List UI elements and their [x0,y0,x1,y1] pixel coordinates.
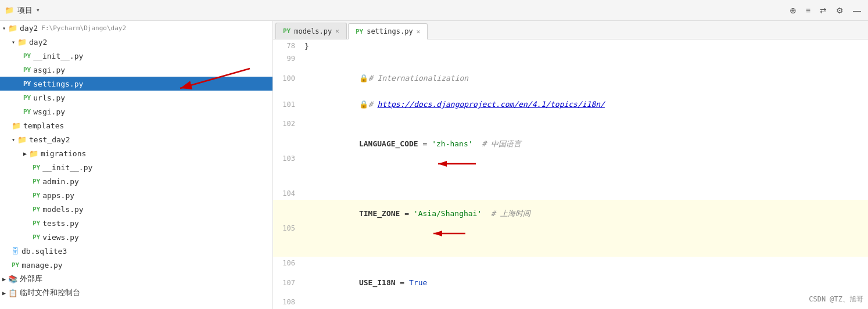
code-line-106: 106 [273,257,868,270]
sidebar-item-views-py[interactable]: PY views.py [0,230,272,244]
tab-py-icon: PY [283,27,290,35]
db-icon: 🗄 [12,247,19,256]
sidebar-item-label: __init__.py [42,163,92,172]
sidebar-item-templates[interactable]: 📁 templates [0,118,272,132]
line-num-102: 102 [273,120,302,128]
main-container: ▾ 📁 day2 F:\Pycharm\Django\day2 ▾ 📁 day2… [0,21,868,309]
tab-close-settings[interactable]: ✕ [417,28,421,35]
sidebar-item-label: tests.py [42,219,79,228]
folder-icon: 📁 [12,121,21,130]
folder-icon: 📁 [8,24,17,33]
code-line-105: 105 TIME_ZONE = 'Asia/Shanghai' # 上海时间 [273,200,868,257]
sidebar-item-label: settings.py [33,80,83,88]
py-icon: PY [33,233,40,241]
code-line-78: 78 } [273,39,868,52]
sidebar-item-urls-py[interactable]: PY urls.py [0,91,272,105]
sidebar-item-external[interactable]: ▶ 📚 外部库 [0,272,272,286]
sidebar-item-db-sqlite[interactable]: 🗄 db.sqlite3 [0,244,272,258]
sidebar-item-label: migrations [41,149,86,158]
sidebar-item-asgi-py[interactable]: PY asgi.py [0,63,272,77]
line-content-101: 🔒# https://docs.djangoproject.com/en/4.1… [302,91,868,117]
code-line-108: 108 [273,296,868,308]
sidebar-item-label: templates [23,121,64,130]
toolbar-swap-icon[interactable]: ⇄ [817,5,829,16]
sidebar-item-migrations[interactable]: ▶ 📁 migrations [0,146,272,160]
sidebar-item-label: test_day2 [29,135,70,144]
line-content-100: 🔒# Internationalization [302,65,868,91]
line-content-103: LANGUAGE_CODE = 'zh-hans' # 中国语言 [302,130,868,187]
sidebar-item-apps-py[interactable]: PY apps.py [0,188,272,202]
sidebar-item-models-py[interactable]: PY models.py [0,202,272,216]
py-icon: PY [23,94,31,102]
tab-settings[interactable]: PY settings.py ✕ [348,23,428,39]
sidebar-item-test-day2[interactable]: ▾ 📁 test_day2 [0,132,272,146]
line-content-78: } [302,42,868,51]
py-icon: PY [23,108,31,116]
code-line-101: 101 🔒# https://docs.djangoproject.com/en… [273,91,868,117]
sidebar-item-label: admin.py [42,177,79,186]
arrow-icon: ▾ [12,39,15,45]
sidebar-item-label: 外部库 [20,274,42,284]
folder-icon: 📁 [29,149,38,158]
sidebar-item-init-py[interactable]: PY __init__.py [0,49,272,63]
watermark: CSDN @TZ、旭哥 [809,294,863,304]
py-icon: PY [12,261,19,269]
toolbar: 📁 项目 ▾ ⊕ ≡ ⇄ ⚙ — [0,0,868,21]
sidebar-item-wsgi-py[interactable]: PY wsgi.py [0,105,272,118]
sidebar-item-label: __init__.py [33,52,83,60]
line-num-100: 100 [273,74,302,82]
sidebar-item-manage-py[interactable]: PY manage.py [0,258,272,272]
toolbar-settings-icon[interactable]: ⚙ [834,5,846,16]
code-area[interactable]: 78 } 99 100 🔒# Internationalization [273,39,868,309]
toolbar-project-icon: 📁 [5,6,14,15]
line-num-105: 105 [273,224,302,232]
sidebar-item-temp-files[interactable]: ▶ 📋 临时文件和控制台 [0,286,272,300]
py-icon: PY [33,220,40,227]
line-num-103: 103 [273,154,302,163]
py-icon: PY [33,192,40,199]
toolbar-dropdown-icon[interactable]: ▾ [36,6,40,14]
py-icon: PY [33,164,40,171]
toolbar-add-icon[interactable]: ⊕ [787,5,799,16]
code-line-100: 100 🔒# Internationalization [273,65,868,91]
sidebar-item-tests-py[interactable]: PY tests.py [0,216,272,230]
code-line-99: 99 [273,52,868,65]
tab-close-models[interactable]: ✕ [335,27,339,35]
line-num-101: 101 [273,100,302,109]
sidebar-item-day2-root[interactable]: ▾ 📁 day2 F:\Pycharm\Django\day2 [0,21,272,35]
sidebar-item-label: day2 [20,24,38,33]
arrow-icon: ▶ [2,290,6,296]
code-line-107: 107 USE_I18N = True [273,270,868,296]
py-icon: PY [23,52,31,60]
sidebar-item-init2-py[interactable]: PY __init__.py [0,160,272,174]
line-num-78: 78 [273,42,302,50]
line-content-105: TIME_ZONE = 'Asia/Shanghai' # 上海时间 [302,200,868,257]
sidebar-item-label: urls.py [33,94,65,102]
sidebar-item-path: F:\Pycharm\Django\day2 [41,24,126,32]
py-icon: PY [23,66,31,74]
line-num-106: 106 [273,259,302,267]
sidebar-item-settings-py[interactable]: PY settings.py [0,77,272,91]
sidebar-item-day2-folder[interactable]: ▾ 📁 day2 [0,35,272,49]
line-num-108: 108 [273,298,302,306]
right-panel: PY models.py ✕ PY settings.py ✕ 78 } 99 [273,21,868,309]
folder-icon: 📁 [17,135,27,144]
toolbar-collapse-icon[interactable]: — [851,5,863,16]
line-num-99: 99 [273,55,302,63]
arrow-icon: ▶ [2,276,6,282]
sidebar: ▾ 📁 day2 F:\Pycharm\Django\day2 ▾ 📁 day2… [0,21,273,309]
py-icon: PY [33,206,40,213]
tab-models[interactable]: PY models.py ✕ [275,23,347,39]
code-line-103: 103 LANGUAGE_CODE = 'zh-hans' # 中国语言 [273,130,868,187]
tab-label: models.py [294,27,332,35]
toolbar-action-icons: ⊕ ≡ ⇄ ⚙ — [787,5,863,16]
toolbar-list-icon[interactable]: ≡ [804,5,813,16]
code-container: 78 } 99 100 🔒# Internationalization [273,39,868,309]
sidebar-item-label: manage.py [21,261,62,270]
arrow-icon: ▾ [12,136,15,143]
sidebar-item-label: wsgi.py [33,107,65,116]
code-line-102: 102 [273,117,868,130]
sidebar-item-admin-py[interactable]: PY admin.py [0,174,272,188]
py-icon: PY [23,80,31,88]
arrow-icon: ▶ [23,150,27,157]
